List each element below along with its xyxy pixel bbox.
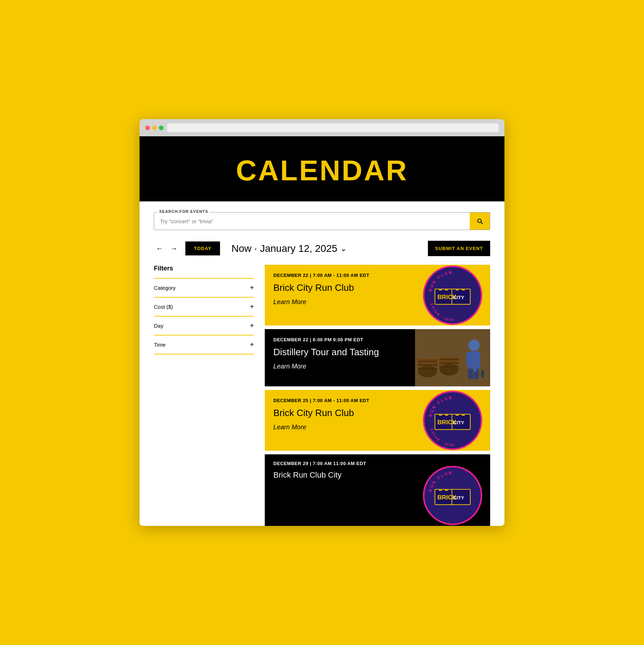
brick-city-logo-svg-3: RUN CLUB BRICK CITY — [422, 390, 483, 451]
event-name-4: Brick Run Club City — [273, 470, 406, 480]
filter-day-plus: + — [250, 322, 254, 330]
distillery-svg — [415, 329, 490, 386]
event-date-1: DECEMBER 22 | 7:00 AM - 11:00 AM EDT — [273, 273, 406, 278]
filter-cost-label: Cost ($) — [154, 304, 173, 310]
current-date-display: Now · January 12, 2025 ⌄ — [231, 243, 347, 254]
browser-dots — [145, 126, 164, 130]
address-bar[interactable] — [167, 123, 499, 132]
filter-day[interactable]: Day + — [154, 317, 254, 336]
event-name-2: Distillery Tour and Tasting — [273, 347, 406, 358]
event-card-2[interactable]: DECEMBER 22 | 6:00 PM 9:00 PM EDT Distil… — [265, 329, 490, 386]
filter-time-label: Time — [154, 342, 166, 348]
current-date-text: Now · January 12, 2025 — [231, 243, 337, 254]
brick-city-logo-svg-1: RUN CLUB BRICK CITY — [422, 265, 483, 326]
event-date-3: DECEMBER 25 | 7:00 AM - 11:00 AM EDT — [273, 398, 406, 403]
date-dropdown-icon[interactable]: ⌄ — [340, 244, 347, 253]
maximize-dot[interactable] — [159, 126, 164, 130]
nav-bar: ← → TODAY Now · January 12, 2025 ⌄ SUBMI… — [154, 241, 490, 256]
filter-cost[interactable]: Cost ($) + — [154, 298, 254, 317]
event-card-3[interactable]: DECEMBER 25 | 7:00 AM - 11:00 AM EDT Bri… — [265, 390, 490, 451]
browser-content: CALENDAR SEARCH FOR EVENTS ← — [140, 136, 504, 526]
event-info-2: DECEMBER 22 | 6:00 PM 9:00 PM EDT Distil… — [265, 329, 415, 386]
main-content: SEARCH FOR EVENTS ← → TODAY — [140, 201, 504, 526]
event-info-3: DECEMBER 25 | 7:00 AM - 11:00 AM EDT Bri… — [265, 390, 415, 451]
filter-day-label: Day — [154, 323, 164, 329]
event-image-3: RUN CLUB BRICK CITY — [415, 390, 490, 451]
svg-text:CITY: CITY — [453, 295, 464, 300]
search-label: SEARCH FOR EVENTS — [158, 209, 210, 214]
filter-cost-plus: + — [250, 303, 254, 311]
brick-city-logo-svg-4: RUN CLUB BRICK CITY — [422, 465, 483, 526]
event-date-4: DECEMBER 29 | 7:00 AM 11:00 AM EDT — [273, 461, 406, 466]
filter-time[interactable]: Time + — [154, 336, 254, 355]
search-icon — [476, 218, 483, 225]
page-header: CALENDAR — [140, 136, 504, 201]
sidebar: Filters Category + Cost ($) + Day + Ti — [154, 265, 254, 526]
event-name-3: Brick City Run Club — [273, 407, 406, 419]
event-card-4[interactable]: DECEMBER 29 | 7:00 AM 11:00 AM EDT Brick… — [265, 454, 490, 526]
event-info-4: DECEMBER 29 | 7:00 AM 11:00 AM EDT Brick… — [265, 454, 415, 526]
browser-window: CALENDAR SEARCH FOR EVENTS ← — [140, 119, 504, 526]
events-list: DECEMBER 22 | 7:00 AM - 11:00 AM EDT Bri… — [265, 265, 490, 526]
event-name-1: Brick City Run Club — [273, 282, 406, 293]
event-learn-more-2[interactable]: Learn More — [273, 363, 406, 370]
event-card-1[interactable]: DECEMBER 22 | 7:00 AM - 11:00 AM EDT Bri… — [265, 265, 490, 326]
search-container: SEARCH FOR EVENTS — [154, 212, 490, 230]
filter-category-plus: + — [250, 284, 254, 292]
svg-rect-34 — [415, 329, 490, 386]
event-learn-more-1[interactable]: Learn More — [273, 298, 406, 306]
event-image-2 — [415, 329, 490, 386]
filter-category[interactable]: Category + — [154, 278, 254, 298]
minimize-dot[interactable] — [152, 126, 157, 130]
content-layout: Filters Category + Cost ($) + Day + Ti — [154, 265, 490, 526]
search-row — [154, 212, 490, 230]
today-button[interactable]: TODAY — [185, 241, 220, 255]
search-input[interactable] — [154, 213, 470, 229]
event-image-1: RUN CLUB BRICK CITY — [415, 265, 490, 326]
search-button[interactable] — [470, 212, 490, 230]
prev-button[interactable]: ← — [154, 243, 165, 254]
event-date-2: DECEMBER 22 | 6:00 PM 9:00 PM EDT — [273, 337, 406, 342]
event-info-1: DECEMBER 22 | 7:00 AM - 11:00 AM EDT Bri… — [265, 265, 415, 326]
filter-category-label: Category — [154, 285, 176, 291]
close-dot[interactable] — [145, 126, 150, 130]
filter-time-plus: + — [250, 341, 254, 349]
next-button[interactable]: → — [168, 243, 180, 254]
submit-event-button[interactable]: SUBMIT AN EVENT — [428, 241, 490, 256]
browser-chrome — [140, 119, 504, 136]
page-title: CALENDAR — [140, 154, 504, 187]
svg-text:CITY: CITY — [453, 495, 464, 500]
event-learn-more-3[interactable]: Learn More — [273, 424, 406, 431]
nav-arrows: ← → — [154, 243, 180, 254]
svg-text:CITY: CITY — [453, 420, 464, 425]
event-image-4: RUN CLUB BRICK CITY — [415, 454, 490, 526]
filters-title: Filters — [154, 265, 254, 272]
